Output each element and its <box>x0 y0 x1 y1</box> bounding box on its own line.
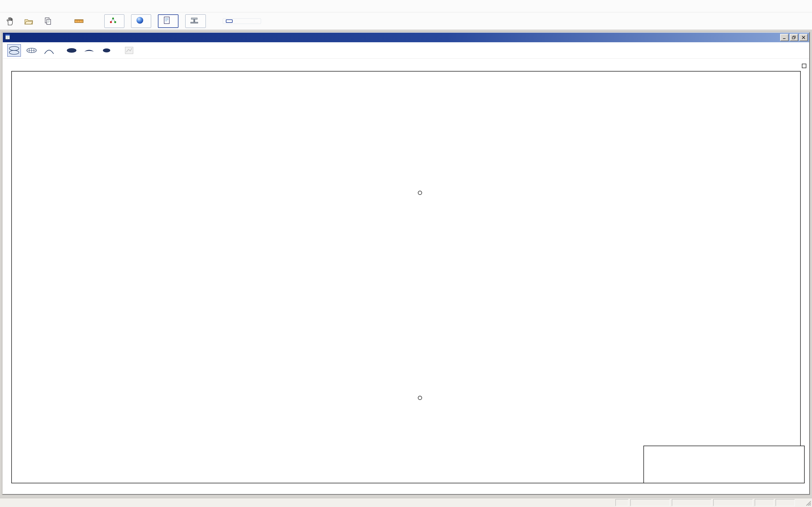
open-file-icon[interactable] <box>22 14 36 28</box>
menubar <box>0 0 812 12</box>
units-group <box>223 18 261 24</box>
statusbar-z-coordinate <box>713 499 753 506</box>
minimize-button[interactable] <box>780 34 789 41</box>
outline-view-button[interactable] <box>7 44 21 57</box>
design-icon <box>109 16 117 26</box>
view-toolbar <box>3 42 809 59</box>
hand-tool-icon[interactable] <box>3 14 16 28</box>
section-view-button[interactable] <box>100 44 113 57</box>
side-view-button[interactable] <box>82 44 96 57</box>
unit-inch[interactable] <box>244 20 250 22</box>
main-toolbar <box>0 12 812 30</box>
copy-icon[interactable] <box>41 14 55 28</box>
statusbar-x-coordinate <box>630 499 670 506</box>
cnc-button[interactable] <box>185 14 206 28</box>
unit-cm[interactable] <box>226 19 233 23</box>
stringer-measure-marker[interactable] <box>418 396 422 400</box>
board-info-box <box>644 446 805 483</box>
drawing-frame <box>11 71 801 483</box>
plan-button[interactable] <box>158 14 179 28</box>
sphere-icon <box>136 16 144 26</box>
cnc-machine-icon <box>190 16 199 26</box>
ruler-icon[interactable] <box>72 14 86 28</box>
plan-page-icon <box>163 16 171 26</box>
close-button[interactable] <box>799 34 808 41</box>
restore-button[interactable] <box>790 34 798 41</box>
design-button[interactable] <box>104 14 124 28</box>
unit-inf[interactable] <box>252 20 258 22</box>
curve-view-button[interactable] <box>42 44 56 57</box>
statusbar <box>0 498 812 507</box>
statusbar-y-coordinate <box>672 499 711 506</box>
document-icon <box>4 34 11 41</box>
dimensions-view-button[interactable] <box>25 44 38 57</box>
top-view-button[interactable] <box>65 44 79 57</box>
unit-mm[interactable] <box>236 20 241 22</box>
window-titlebar <box>3 33 809 42</box>
3d-view-button[interactable] <box>131 14 151 28</box>
statusbar-unit <box>615 499 628 506</box>
statusbar-empty-box <box>776 499 795 506</box>
center-point-marker[interactable] <box>418 191 422 195</box>
statusbar-empty-box <box>755 499 774 506</box>
resize-grip[interactable] <box>805 499 811 507</box>
export-disabled-button <box>122 44 136 57</box>
date-checkbox[interactable] <box>802 64 806 68</box>
